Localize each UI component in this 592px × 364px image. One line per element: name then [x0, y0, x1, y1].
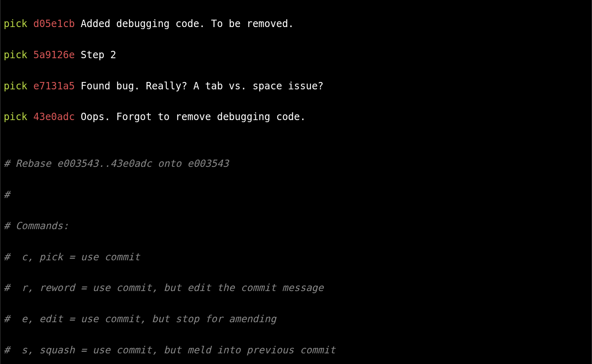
commit-row[interactable]: pick e7131a5 Found bug. Really? A tab vs…: [4, 79, 588, 94]
rebase-action: pick: [4, 111, 27, 123]
rebase-action: pick: [4, 49, 27, 61]
commit-hash: e7131a5: [33, 80, 75, 92]
rebase-action: pick: [4, 18, 27, 30]
rebase-action: pick: [4, 80, 27, 92]
commit-row[interactable]: pick 43e0adc Oops. Forgot to remove debu…: [4, 109, 588, 125]
commands-header: # Commands:: [4, 218, 588, 234]
comment-line: #: [4, 187, 588, 203]
commit-row[interactable]: pick d05e1cb Added debugging code. To be…: [4, 16, 588, 32]
commit-message: Step 2: [81, 49, 116, 61]
commit-message: Found bug. Really? A tab vs. space issue…: [81, 80, 323, 92]
git-rebase-editor[interactable]: pick d05e1cb Added debugging code. To be…: [0, 0, 592, 364]
commit-hash: 5a9126e: [33, 49, 75, 61]
commit-hash: 43e0adc: [33, 111, 75, 123]
commit-row[interactable]: pick 5a9126e Step 2: [4, 48, 588, 63]
command-edit: # e, edit = use commit, but stop for ame…: [4, 312, 588, 327]
commit-hash: d05e1cb: [33, 18, 75, 30]
command-squash: # s, squash = use commit, but meld into …: [4, 343, 588, 358]
commit-message: Oops. Forgot to remove debugging code.: [81, 111, 306, 123]
commit-message: Added debugging code. To be removed.: [81, 18, 294, 30]
rebase-range-comment: # Rebase e003543..43e0adc onto e003543: [4, 156, 588, 172]
command-reword: # r, reword = use commit, but edit the c…: [4, 280, 588, 296]
command-pick: # c, pick = use commit: [4, 250, 588, 265]
